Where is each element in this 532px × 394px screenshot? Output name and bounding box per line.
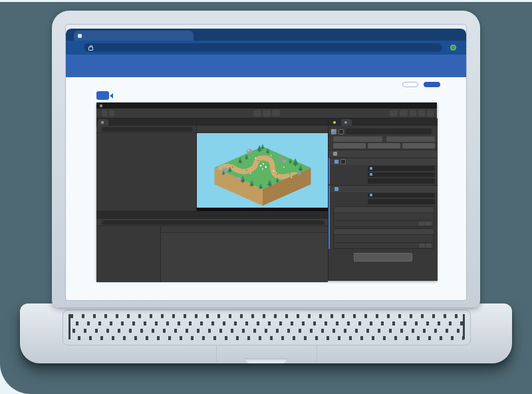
script-icon xyxy=(370,194,372,196)
prefab-overrides-dropdown[interactable] xyxy=(402,143,435,148)
laptop-display xyxy=(65,24,467,301)
tab-favicon-icon xyxy=(78,34,82,38)
on-zero-health-event xyxy=(333,228,434,249)
previous-section-button[interactable] xyxy=(402,82,418,87)
current-health-field[interactable] xyxy=(368,199,435,204)
hierarchy-tree xyxy=(96,133,196,211)
player-script-component xyxy=(329,158,438,184)
script-icon xyxy=(334,160,338,164)
services-gear-icon[interactable] xyxy=(390,110,398,116)
layers-dropdown[interactable] xyxy=(418,110,425,116)
transform-component xyxy=(329,150,438,157)
gameobject-name-field[interactable] xyxy=(346,128,432,134)
tower-prefab-field[interactable] xyxy=(368,172,435,178)
laptop-screen xyxy=(52,11,480,307)
play-button[interactable] xyxy=(253,110,261,116)
hierarchy-panel xyxy=(96,118,197,211)
lesson-page xyxy=(66,77,466,300)
unity-title-bar xyxy=(96,102,437,108)
prefab-select-button[interactable] xyxy=(368,143,400,148)
project-search-input[interactable] xyxy=(102,220,325,225)
laptop-base xyxy=(20,303,512,363)
lesson-title-row xyxy=(96,91,466,100)
step-button[interactable] xyxy=(272,110,280,116)
project-breadcrumb xyxy=(161,226,328,233)
unity-app-icon xyxy=(100,104,102,107)
browser-tab[interactable] xyxy=(74,31,194,41)
viewport-letterbox xyxy=(197,208,328,211)
video-icon xyxy=(96,91,109,100)
section-nav-buttons xyxy=(402,82,440,87)
layout-dropdown[interactable] xyxy=(427,110,434,116)
layer-dropdown[interactable] xyxy=(386,136,436,142)
event-add-button[interactable] xyxy=(419,244,425,248)
gold-field[interactable] xyxy=(368,178,435,184)
prefab-icon xyxy=(370,173,372,176)
lightbulb-icon xyxy=(333,121,336,124)
laptop-lid-notch xyxy=(245,358,287,363)
browser-window xyxy=(66,29,466,300)
unity-editor-screenshot xyxy=(96,102,437,281)
pause-button[interactable] xyxy=(263,110,271,116)
url-field[interactable] xyxy=(84,43,442,52)
asset-grid xyxy=(161,233,328,282)
script-icon xyxy=(334,187,338,191)
site-header xyxy=(66,55,466,77)
tab-hierarchy[interactable] xyxy=(98,119,108,126)
project-folder-tree xyxy=(96,226,161,282)
profile-avatar[interactable] xyxy=(450,45,456,51)
laptop-keyboard xyxy=(63,309,471,345)
hierarchy-search-input[interactable] xyxy=(102,127,193,132)
laptop-keys xyxy=(70,313,464,342)
tab-inspector[interactable] xyxy=(341,119,352,126)
script-icon xyxy=(370,167,372,170)
unity-toolbar xyxy=(96,108,437,118)
script-reference-field xyxy=(368,166,435,171)
event-remove-button[interactable] xyxy=(426,222,432,226)
event-add-button[interactable] xyxy=(419,222,425,226)
account-dropdown[interactable] xyxy=(410,110,416,116)
game-island-illustration xyxy=(200,133,326,208)
gameobject-cube-icon xyxy=(331,129,336,134)
transform-icon xyxy=(333,152,337,156)
health-script-component xyxy=(329,185,438,249)
tag-dropdown[interactable] xyxy=(333,136,382,142)
pivot-toggle[interactable] xyxy=(102,110,107,116)
tab-lighting[interactable] xyxy=(330,119,340,126)
script-reference-field xyxy=(368,193,435,198)
game-view-toolbar xyxy=(197,126,328,133)
game-viewport xyxy=(197,133,328,211)
browser-tab-bar xyxy=(66,29,466,41)
breadcrumb xyxy=(96,82,440,87)
hamburger-icon xyxy=(101,121,104,124)
prefab-open-button[interactable] xyxy=(333,143,366,148)
project-panel xyxy=(96,211,328,282)
script-enabled-checkbox[interactable] xyxy=(340,159,346,164)
play-controls xyxy=(253,110,280,116)
browser-url-bar xyxy=(66,41,466,55)
next-section-button[interactable] xyxy=(424,82,440,87)
game-view-panel xyxy=(197,118,328,211)
on-take-damage-event xyxy=(333,206,434,227)
lock-icon xyxy=(88,47,93,51)
unity-toolbar-right xyxy=(390,110,434,116)
event-remove-button[interactable] xyxy=(426,244,432,248)
active-checkbox[interactable] xyxy=(338,129,344,134)
add-component-button[interactable] xyxy=(354,253,412,262)
info-icon xyxy=(344,121,347,124)
local-toggle[interactable] xyxy=(109,110,114,116)
inspector-panel xyxy=(328,118,438,281)
cloud-icon[interactable] xyxy=(400,110,408,116)
